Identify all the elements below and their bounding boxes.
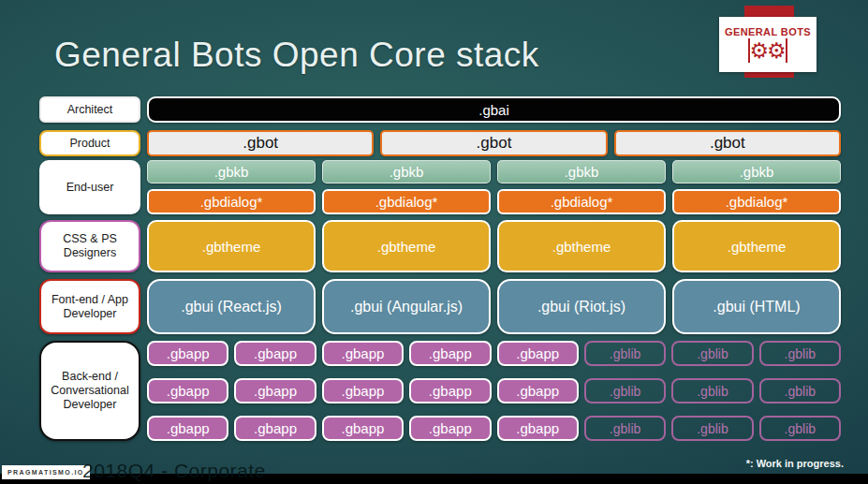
stack-box-gbapp: .gbapp <box>497 416 579 441</box>
page-title: General Bots Open Core stack <box>54 36 539 75</box>
stack-box-gbtheme: .gbtheme <box>672 220 841 272</box>
stack-box-gbdialog: .gbdialog* <box>672 189 841 214</box>
stack-box-gbdialog: .gbdialog* <box>497 189 666 214</box>
stack-box-gbtheme: .gbtheme <box>497 220 666 272</box>
work-in-progress-note: *: Work in progress. <box>746 458 844 469</box>
stack-box-gblib: .gblib <box>584 416 666 441</box>
stack-box-gbkb: .gbkb <box>497 160 666 183</box>
role-label-frontend: Font-end / App Developer <box>39 279 140 334</box>
slide-canvas: General Bots Open Core stack GENERAL BOT… <box>0 0 868 484</box>
logo-right-bar <box>786 38 787 63</box>
stack-box-gbapp: .gbapp <box>234 416 316 441</box>
stack-box-gblib: .gblib <box>759 341 841 366</box>
role-label-product: Product <box>39 130 140 156</box>
stack-box-gblib: .gblib <box>671 341 753 366</box>
stack-box-gbapp: .gbapp <box>322 341 404 366</box>
logo-wordmark: GENERAL BOTS <box>725 26 811 37</box>
role-label-architect: Architect <box>39 96 140 123</box>
stack-box-gbtheme: .gbtheme <box>147 220 316 272</box>
role-label-end-user: End-user <box>39 160 140 214</box>
gear-icon: ⚙ <box>767 40 787 62</box>
stack-box-gbdialog: .gbdialog* <box>147 189 316 214</box>
general-bots-logo: GENERAL BOTS ⚙ ⚙ <box>719 17 817 72</box>
logo-gears: ⚙ ⚙ <box>748 38 787 63</box>
stack-box-gbdialog: .gbdialog* <box>322 189 491 214</box>
stack-box-gbkb: .gbkb <box>672 160 841 183</box>
band-backend: Back-end / Conversational Developer .gba… <box>39 341 841 441</box>
stack-box-gbapp: .gbapp <box>409 416 491 441</box>
stack-box-gbtheme: .gbtheme <box>322 220 491 272</box>
band-frontend: Font-end / App Developer .gbui (React.js… <box>39 279 841 334</box>
stack-box-gbot: .gbot <box>614 130 841 156</box>
stack-box-gbapp: .gbapp <box>497 378 579 403</box>
band-product: Product .gbot .gbot .gbot <box>39 130 841 156</box>
role-label-designers: CSS & PS Designers <box>39 220 140 272</box>
stack-box-gbui-angular: .gbui (Angular.js) <box>322 279 491 334</box>
stack-box-gblib: .gblib <box>759 378 841 403</box>
band-end-user: End-user .gbkb .gbkb .gbkb .gbkb .gbdial… <box>39 160 841 214</box>
stack-box-gbapp: .gbapp <box>497 341 579 366</box>
stack-box-gbapp: .gbapp <box>234 341 316 366</box>
stack-box-gbot: .gbot <box>380 130 607 156</box>
stack-box-gbot: .gbot <box>147 130 374 156</box>
stack-box-gbapp: .gbapp <box>147 341 228 366</box>
pragmatismo-logo: PRAGMATISMO.IO <box>2 465 90 479</box>
stack-box-gblib: .gblib <box>759 416 841 441</box>
stack-box-gbapp: .gbapp <box>234 378 316 403</box>
stack-box-gblib: .gblib <box>584 378 666 403</box>
stack-box-gbapp: .gbapp <box>322 416 404 441</box>
stack-box-gbui-react: .gbui (React.js) <box>147 279 316 334</box>
gear-icon: ⚙ <box>749 40 769 62</box>
stack-box-gbkb: .gbkb <box>147 160 316 183</box>
stack-box-gbui-html: .gbui (HTML) <box>672 279 841 334</box>
stack-box-gblib: .gblib <box>671 378 753 403</box>
band-architect: Architect .gbai <box>39 96 841 123</box>
stack-box-gbapp: .gbapp <box>409 341 491 366</box>
stack-box-gbapp: .gbapp <box>147 378 228 403</box>
stack-box-gbai: .gbai <box>147 96 841 123</box>
stack-box-gblib: .gblib <box>671 416 753 441</box>
stack-box-gbkb: .gbkb <box>322 160 491 183</box>
stack-box-gbui-riot: .gbui (Riot.js) <box>497 279 666 334</box>
stack-box-gbapp: .gbapp <box>409 378 491 403</box>
role-label-backend: Back-end / Conversational Developer <box>39 341 140 441</box>
footer-text: 2018Q4 - Corporate <box>82 460 266 482</box>
stack-box-gbapp: .gbapp <box>147 416 228 441</box>
band-designers: CSS & PS Designers .gbtheme .gbtheme .gb… <box>39 220 841 272</box>
stack-box-gbapp: .gbapp <box>322 378 404 403</box>
stack-box-gblib: .gblib <box>584 341 666 366</box>
